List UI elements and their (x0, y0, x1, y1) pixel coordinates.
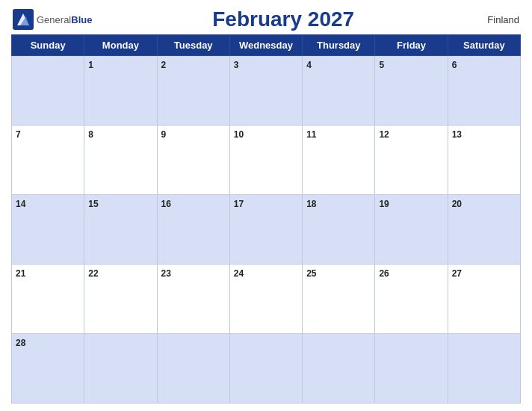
day-number: 8 (88, 129, 93, 140)
logo-general: General (37, 14, 71, 25)
calendar-cell: 9 (157, 126, 229, 195)
calendar-cell: 14 (12, 195, 84, 265)
calendar-cell: 25 (303, 265, 375, 334)
day-number: 22 (88, 268, 98, 279)
calendar-cell: 20 (448, 195, 520, 265)
day-number: 12 (379, 129, 389, 140)
weekday-header-monday: Monday (84, 35, 157, 56)
day-number: 19 (379, 199, 389, 209)
day-number: 14 (16, 199, 25, 209)
weekday-header-friday: Friday (375, 35, 448, 56)
day-number: 4 (306, 60, 312, 70)
calendar-cell: 8 (84, 126, 157, 195)
day-number: 16 (161, 199, 171, 209)
calendar-cell: 6 (448, 56, 520, 126)
calendar-cell: 4 (303, 56, 375, 126)
calendar-week-row: 123456 (12, 56, 521, 126)
country-label: Finland (474, 14, 519, 25)
calendar-cell: 22 (84, 265, 157, 334)
day-number: 24 (234, 268, 244, 279)
calendar-header: GeneralBlue February 2027 Finland (11, 7, 521, 31)
calendar-week-row: 78910111213 (12, 126, 521, 195)
calendar-cell: 19 (375, 195, 448, 265)
day-number: 26 (379, 268, 389, 279)
calendar-week-row: 14151617181920 (12, 195, 521, 265)
calendar-cell (448, 334, 520, 404)
calendar-cell: 17 (229, 195, 302, 265)
calendar-cell (303, 334, 375, 404)
calendar-cell: 27 (448, 265, 520, 334)
calendar-cell: 10 (229, 126, 302, 195)
calendar-cell: 7 (12, 126, 84, 195)
day-number: 6 (452, 60, 457, 70)
weekday-header-sunday: Sunday (12, 35, 84, 56)
calendar-cell: 1 (84, 56, 157, 126)
day-number: 13 (452, 129, 462, 140)
calendar-cell: 21 (12, 265, 84, 334)
calendar-cell: 16 (157, 195, 229, 265)
day-number: 27 (452, 268, 462, 279)
weekday-header-wednesday: Wednesday (229, 35, 302, 56)
day-number: 25 (306, 268, 316, 279)
day-number: 3 (234, 60, 239, 70)
calendar-title: February 2027 (92, 7, 474, 31)
weekday-header-thursday: Thursday (303, 35, 375, 56)
day-number: 11 (306, 129, 316, 140)
day-number: 15 (88, 199, 98, 209)
logo-blue: Blue (71, 14, 92, 25)
logo-icon (13, 9, 34, 30)
day-number: 18 (306, 199, 316, 209)
logo: GeneralBlue (13, 9, 92, 30)
calendar-cell: 18 (303, 195, 375, 265)
day-number: 17 (234, 199, 244, 209)
day-number: 2 (161, 60, 167, 70)
calendar-cell (375, 334, 448, 404)
day-number: 9 (161, 129, 167, 140)
calendar-cell: 24 (229, 265, 302, 334)
weekday-header-tuesday: Tuesday (157, 35, 229, 56)
day-number: 20 (452, 199, 462, 209)
calendar-cell: 11 (303, 126, 375, 195)
calendar-cell: 28 (12, 334, 84, 404)
calendar-week-row: 21222324252627 (12, 265, 521, 334)
calendar-cell (157, 334, 229, 404)
calendar-cell: 12 (375, 126, 448, 195)
calendar-cell: 5 (375, 56, 448, 126)
day-number: 5 (379, 60, 384, 70)
calendar-cell (229, 334, 302, 404)
calendar-cell: 2 (157, 56, 229, 126)
calendar-cell: 3 (229, 56, 302, 126)
day-number: 28 (16, 338, 25, 348)
calendar-cell: 26 (375, 265, 448, 334)
calendar-week-row: 28 (12, 334, 521, 404)
day-number: 1 (88, 60, 93, 70)
calendar-cell (84, 334, 157, 404)
day-number: 7 (16, 129, 21, 140)
calendar-cell: 23 (157, 265, 229, 334)
day-number: 10 (234, 129, 244, 140)
day-number: 21 (16, 268, 25, 279)
weekday-header-row: SundayMondayTuesdayWednesdayThursdayFrid… (12, 35, 521, 56)
logo-text: GeneralBlue (37, 13, 92, 26)
calendar-table: SundayMondayTuesdayWednesdayThursdayFrid… (11, 34, 521, 404)
calendar-cell (12, 56, 84, 126)
weekday-header-saturday: Saturday (448, 35, 520, 56)
day-number: 23 (161, 268, 171, 279)
calendar-cell: 13 (448, 126, 520, 195)
calendar-cell: 15 (84, 195, 157, 265)
